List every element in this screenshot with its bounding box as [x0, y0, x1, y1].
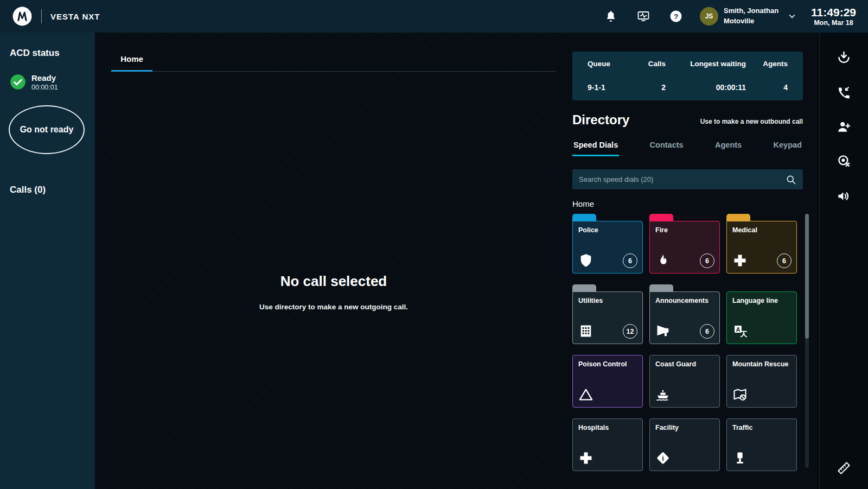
queue-longest-waiting: 00:00:11 [666, 83, 746, 92]
tab-agents[interactable]: Agents [714, 141, 743, 156]
map-marker-icon [732, 387, 748, 402]
speed-dial-tile[interactable]: Fire6 [649, 214, 720, 274]
call-transfer-icon[interactable] [835, 82, 853, 101]
tile-label: Traffic [732, 424, 791, 431]
speed-dial-tile[interactable]: Mountain Rescue [726, 355, 797, 408]
topbar: VESTA NXT ? JS Smith, Jonathan Motoville [0, 0, 868, 33]
megaphone-icon [655, 323, 671, 339]
no-call-title: No call selected [95, 273, 572, 290]
speed-dial-tile[interactable]: Utilities12 [572, 284, 643, 344]
screen-monitor-icon[interactable] [636, 9, 651, 24]
motorola-logo-icon [12, 6, 33, 27]
speed-dial-tile[interactable]: Police6 [572, 214, 643, 274]
user-menu[interactable]: JS Smith, Jonathan Motoville [700, 6, 797, 27]
add-participant-icon[interactable] [835, 117, 853, 136]
call-workspace: Home No call selected Use directory to m… [95, 33, 564, 489]
tile-count-badge: 6 [623, 253, 637, 268]
calls-section-title: Calls (0) [10, 185, 85, 195]
tile-label: Poison Control [578, 360, 637, 368]
volume-icon[interactable] [835, 187, 853, 205]
boat-icon [655, 387, 671, 402]
tab-keypad[interactable]: Keypad [773, 141, 803, 156]
go-not-ready-button[interactable]: Go not ready [9, 105, 85, 154]
warning-triangle-icon [578, 387, 593, 402]
svg-text:i: i [662, 454, 664, 462]
tile-label: Announcements [655, 297, 714, 304]
no-call-message: No call selected Use directory to make a… [95, 273, 572, 311]
folder-breadcrumb: Home [572, 199, 803, 208]
tab-contacts[interactable]: Contacts [649, 141, 685, 156]
no-call-subtitle: Use directory to make a new outgoing cal… [95, 303, 572, 311]
app-brand: VESTA NXT [50, 12, 100, 21]
speed-dial-grid: Police6Fire6Medical6Utilities12Announcem… [572, 214, 803, 471]
tile-count-badge: 6 [777, 253, 792, 268]
speed-dial-tile[interactable]: Poison Control [572, 355, 643, 408]
scrollbar-thumb[interactable] [805, 214, 809, 339]
directory-subtitle: Use to make a new outbound call [700, 118, 803, 128]
medical-cross-icon [732, 253, 748, 268]
folder-tab [572, 284, 596, 291]
call-answer-icon[interactable] [835, 48, 853, 66]
tile-label: Mountain Rescue [732, 360, 791, 368]
speed-dial-tile[interactable]: Coast Guard [649, 355, 720, 408]
tile-count-badge: 12 [623, 324, 637, 339]
folder-tab [726, 214, 750, 221]
flame-icon [655, 253, 671, 268]
acd-sidebar: ACD status Ready 00:00:01 Go not ready C… [0, 33, 95, 489]
queue-status-card[interactable]: Queue Calls Longest waiting Agents 9-1-1… [572, 52, 803, 100]
user-name: Smith, Jonathan [724, 6, 778, 16]
tile-label: Utilities [578, 297, 637, 304]
speed-dial-tile[interactable]: Language lineA [726, 291, 797, 344]
call-clear-icon[interactable] [835, 152, 853, 170]
queue-name: 9-1-1 [588, 83, 634, 92]
acd-status-indicator: Ready 00:00:01 [10, 73, 85, 91]
tile-label: Fire [655, 226, 714, 234]
traffic-signal-icon [732, 450, 748, 466]
active-tab-underline [111, 70, 152, 72]
directory-tabs: Speed Dials Contacts Agents Keypad [572, 141, 803, 156]
speed-dial-tile[interactable]: Traffic [726, 418, 797, 471]
speed-dial-tile[interactable]: Hospitals [572, 418, 643, 471]
svg-text:A: A [736, 326, 740, 333]
tile-label: Coast Guard [655, 360, 714, 368]
queue-header: Queue [588, 60, 634, 68]
svg-text:?: ? [674, 12, 678, 21]
tab-speed-dials[interactable]: Speed Dials [572, 141, 619, 156]
speed-dial-tile[interactable]: Medical6 [726, 214, 797, 274]
workspace-tab-home[interactable]: Home [111, 54, 152, 71]
acd-status-timer: 00:00:01 [31, 84, 58, 91]
tile-label: Police [578, 226, 637, 234]
search-icon[interactable] [786, 174, 796, 185]
building-icon [578, 323, 593, 339]
tile-label: Medical [732, 226, 791, 234]
clock-date: Mon, Mar 18 [811, 19, 856, 27]
help-icon[interactable]: ? [668, 9, 684, 24]
queue-calls: 2 [634, 83, 666, 92]
brand-divider [41, 9, 42, 23]
call-control-toolbar [819, 33, 868, 489]
search-input[interactable] [579, 175, 786, 183]
chevron-down-icon[interactable] [787, 11, 797, 21]
queue-header: Agents [746, 60, 788, 68]
avatar: JS [700, 7, 718, 26]
acd-status-title: ACD status [10, 48, 85, 59]
tile-label: Language line [732, 297, 791, 304]
tab-divider [111, 71, 556, 72]
clock: 11:49:29 Mon, Mar 18 [811, 5, 856, 27]
vesta-nxt-app: VESTA NXT ? JS Smith, Jonathan Motoville [0, 0, 868, 489]
user-location: Motoville [724, 16, 778, 27]
queue-row[interactable]: 9-1-1 2 00:00:11 4 [588, 83, 788, 92]
ruler-icon[interactable] [835, 459, 853, 477]
bell-icon[interactable] [603, 9, 618, 24]
speed-dial-tile[interactable]: Announcements6 [649, 284, 720, 344]
hospital-cross-icon [578, 450, 593, 466]
speed-dial-search[interactable] [572, 169, 803, 189]
tile-count-badge: 6 [700, 324, 714, 339]
police-badge-icon [578, 253, 593, 268]
directory-panel: Queue Calls Longest waiting Agents 9-1-1… [564, 33, 819, 489]
clock-time: 11:49:29 [811, 5, 856, 19]
ready-check-icon [10, 74, 26, 90]
tile-label: Facility [655, 424, 714, 431]
speed-dial-tile[interactable]: Facilityi [649, 418, 720, 471]
queue-agents: 4 [746, 83, 788, 92]
